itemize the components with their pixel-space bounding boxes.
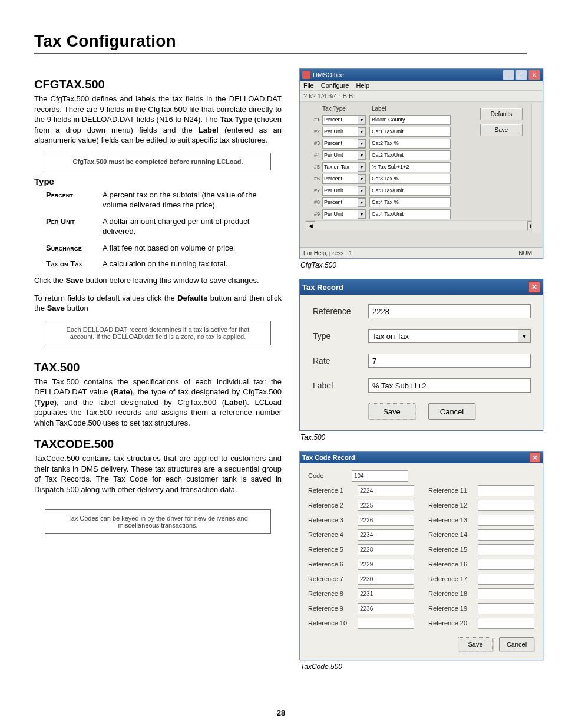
chevron-down-icon[interactable]: ▼ [358,210,366,219]
label-input[interactable]: % Tax Sub+1+2 [368,378,531,393]
chevron-down-icon[interactable]: ▼ [358,198,366,207]
menu-help[interactable]: Help [356,82,369,89]
tax-row: #6Percent▼Cat3 Tax % [306,173,537,184]
reference-row: Reference 20 [428,617,534,630]
cancel-button[interactable]: Cancel [499,637,534,651]
save-button[interactable]: Save [458,637,493,651]
reference-input[interactable]: 2228 [358,544,414,555]
tax-label-input[interactable]: % Tax Sub+1+2 [369,162,451,172]
tax-type-dropdown[interactable]: Percent▼ [322,174,366,184]
tax-type-dropdown[interactable]: Percent▼ [322,115,366,125]
save-button[interactable]: Save [480,124,523,136]
col-header-taxtype: Tax Type [322,106,372,112]
reference-input[interactable]: 2230 [358,574,414,585]
reference-input[interactable] [478,603,534,614]
reference-input[interactable] [478,559,534,570]
defaults-button[interactable]: Defaults [480,108,523,120]
cfgtax-type-heading: Type [34,176,282,186]
reference-input[interactable] [478,529,534,541]
tax-code-titlebar[interactable]: Tax Code Record ✕ [300,452,543,463]
tax-type-dropdown[interactable]: Per Unit▼ [322,209,366,219]
tax-label-input[interactable]: Cat1 Tax/Unit [369,127,451,137]
reference-input[interactable]: 2228 [368,304,531,318]
tax-type-dropdown[interactable]: Percent▼ [322,139,366,149]
chevron-down-icon[interactable]: ▼ [358,127,366,136]
t1: Click the [34,276,65,285]
cfgtax-def-p: To return fields to default values click… [34,293,282,314]
close-icon[interactable]: ✕ [528,70,540,80]
menu-configure[interactable]: Configure [321,82,349,89]
cancel-button[interactable]: Cancel [428,403,475,420]
d4: Save [47,304,65,312]
menu-file[interactable]: File [303,82,314,89]
vertical-scrollbar[interactable] [531,103,541,233]
reference-input[interactable]: 2234 [358,529,414,541]
reference-input[interactable] [478,588,534,599]
tax-label-input[interactable]: Cat3 Tax/Unit [369,186,451,196]
type-value: Tax on Tax [368,329,518,343]
reference-label: Reference 17 [428,575,478,582]
reference-row: Reference 42234 [308,528,414,541]
tax-label-input[interactable]: Cat4 Tax % [369,197,451,207]
reference-input[interactable] [478,544,534,555]
type-dropdown[interactable]: Tax on Tax ▼ [368,329,531,343]
reference-row: Reference 14 [428,528,534,541]
reference-row: Reference 82231 [308,587,414,600]
tax-type-dropdown[interactable]: Tax on Tax▼ [322,162,366,172]
tax-label-input[interactable]: Cat4 Tax/Unit [369,209,451,219]
cfgtax-p1-d: Label [199,126,219,134]
reference-input[interactable]: 2236 [358,603,414,614]
chevron-down-icon[interactable]: ▼ [358,174,366,183]
tax-record-titlebar[interactable]: Tax Record ✕ [300,279,543,295]
reference-input[interactable] [358,618,414,629]
reference-input[interactable] [478,515,534,526]
chevron-down-icon[interactable]: ▼ [358,116,366,124]
scroll-left-icon[interactable]: ◀ [306,221,315,230]
row-index-label: #4 [306,152,322,158]
reference-input[interactable]: 2231 [358,588,414,599]
dmsoffice-menubar: File Configure Help [300,81,543,91]
chevron-down-icon[interactable]: ▼ [518,329,531,343]
reference-input[interactable] [478,485,534,496]
minimize-icon[interactable]: _ [503,70,514,80]
reference-input[interactable]: 2225 [358,500,414,511]
tax-type-value: Per Unit [324,152,343,158]
page-number: 28 [277,709,285,717]
tax-label-input[interactable]: Cat3 Tax % [369,174,451,184]
close-icon[interactable]: ✕ [528,281,540,293]
reference-input[interactable]: 2229 [358,559,414,570]
tax-record-title: Tax Record [302,283,528,292]
tax-type-dropdown[interactable]: Per Unit▼ [322,150,366,160]
reference-input[interactable]: 2224 [358,485,414,496]
rate-input[interactable]: 7 [368,354,531,368]
reference-row: Reference 11 [428,484,534,497]
reference-input[interactable]: 2226 [358,515,414,526]
chevron-down-icon[interactable]: ▼ [358,151,366,160]
t3: button before leaving this window to sav… [84,276,259,285]
dmsoffice-window: DMSOffice _ □ ✕ File Configure Help ? k?… [299,68,543,259]
reference-input[interactable] [478,500,534,511]
section-cfgtax-title: CFGTAX.500 [34,78,282,91]
reference-input[interactable] [478,618,534,629]
tax-type-dropdown[interactable]: Per Unit▼ [322,186,366,196]
reference-input[interactable] [478,574,534,585]
horizontal-scrollbar[interactable]: ◀ ▶ [306,220,537,230]
tax-label-input[interactable]: Bloom County [369,115,451,125]
row-index-label: #7 [306,187,322,193]
tax-label-input[interactable]: Cat2 Tax % [369,139,451,149]
dmsoffice-toolbar[interactable]: ? k? 1/4 3/4 : B B: [300,91,543,102]
chevron-down-icon[interactable]: ▼ [358,163,366,172]
code-input[interactable]: 104 [352,470,408,482]
chevron-down-icon[interactable]: ▼ [358,186,366,195]
code-label: Code [308,472,352,479]
tax-type-dropdown[interactable]: Per Unit▼ [322,127,366,137]
cfgtax-note2: Each DELLOAD.DAT record determines if a … [45,321,271,345]
chevron-down-icon[interactable]: ▼ [358,139,366,148]
tax-type-dropdown[interactable]: Percent▼ [322,197,366,207]
tax-type-value: Percent [324,117,342,123]
tax-label-input[interactable]: Cat2 Tax/Unit [369,150,451,160]
dmsoffice-titlebar[interactable]: DMSOffice _ □ ✕ [300,69,543,81]
save-button[interactable]: Save [368,403,415,420]
close-icon[interactable]: ✕ [530,452,540,463]
maximize-icon[interactable]: □ [515,70,527,80]
